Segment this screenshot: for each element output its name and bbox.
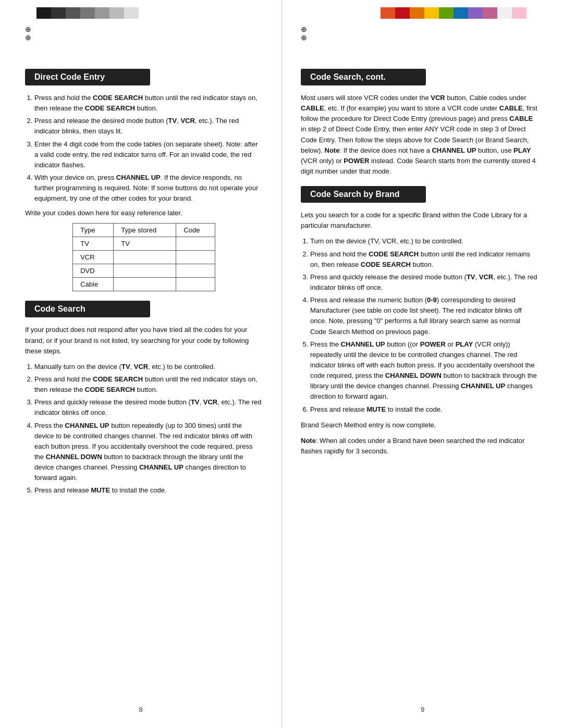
code-search-section: Code Search If your product does not res…: [25, 301, 263, 496]
code-search-header: Code Search: [25, 301, 150, 317]
code-search-brand-intro: Lets you search for a code for a specifi…: [301, 210, 538, 231]
code-search-cont-body: Most users will store VCR codes under th…: [301, 93, 538, 177]
step-item: Press and release MUTE to install the co…: [34, 485, 263, 496]
step-item: Press and release MUTE to install the co…: [310, 404, 538, 415]
code-search-brand-steps: Turn on the device (TV, VCR, etc.) to be…: [301, 236, 538, 414]
step-item: With your device on, press CHANNEL UP. I…: [34, 172, 263, 204]
table-header: Type stored: [114, 224, 176, 237]
color-bar-right: [381, 7, 527, 19]
step-item: Press and quickly release the desired mo…: [310, 272, 538, 293]
code-search-cont-section: Code Search, cont. Most users will store…: [301, 69, 538, 177]
corner-mark-tl: ⊕: [25, 25, 263, 33]
brand-search-footer-note: Note: When all codes under a Brand have …: [301, 436, 538, 456]
step-item: Press and hold the CODE SEARCH button un…: [310, 249, 538, 270]
step-item: Press the CHANNEL UP button ((or POWER o…: [310, 339, 538, 402]
table-row: TVTV: [73, 237, 215, 251]
color-bar-left: [36, 7, 139, 19]
page-number-left: 8: [139, 706, 142, 713]
code-search-steps: Manually turn on the device (TV, VCR, et…: [25, 362, 263, 496]
corner-mark-tr: ⊕: [301, 25, 538, 33]
brand-search-footer: Brand Search Method entry is now complet…: [301, 420, 538, 430]
code-search-brand-header: Code Search by Brand: [301, 186, 426, 203]
step-item: Press and hold the CODE SEARCH button un…: [34, 93, 263, 114]
code-search-brand-section: Code Search by Brand Lets you search for…: [301, 186, 538, 456]
table-row: VCR: [73, 251, 215, 264]
right-page: ⊕ ⊕ Code Search, cont. Most users will s…: [282, 0, 563, 728]
code-search-cont-header: Code Search, cont.: [301, 69, 426, 85]
table-header: Type: [73, 224, 114, 237]
write-note: Write your codes down here for easy refe…: [25, 209, 263, 217]
step-item: Press and hold the CODE SEARCH button un…: [34, 374, 263, 395]
direct-code-entry-header: Direct Code Entry: [25, 69, 150, 85]
step-item: Enter the 4 digit code from the code tab…: [34, 139, 263, 170]
direct-code-entry-steps: Press and hold the CODE SEARCH button un…: [25, 93, 263, 204]
step-item: Press and release the desired mode butto…: [34, 116, 263, 137]
corner-mark-bl: ⊕: [25, 33, 263, 42]
table-row: DVD: [73, 264, 215, 278]
direct-code-entry-section: Direct Code Entry Press and hold the COD…: [25, 69, 263, 291]
code-search-intro: If your product does not respond after y…: [25, 325, 263, 356]
corner-mark-br: ⊕: [301, 33, 538, 42]
table-header: Code: [176, 224, 215, 237]
table-row: Cable: [73, 278, 215, 291]
step-item: Turn on the device (TV, VCR, etc.) to be…: [310, 236, 538, 246]
step-item: Press the CHANNEL UP button repeatedly (…: [34, 421, 263, 484]
left-page: ⊕ ⊕ Direct Code Entry Press and hold the…: [0, 0, 282, 728]
step-item: Press and quickly release the desired mo…: [34, 397, 263, 418]
step-item: Press and release the numeric button (0-…: [310, 295, 538, 337]
step-item: Manually turn on the device (TV, VCR, et…: [34, 362, 263, 372]
code-reference-table: Type Type stored Code TVTV VCR DVD Cable: [72, 223, 215, 291]
page-number-right: 9: [421, 706, 424, 713]
